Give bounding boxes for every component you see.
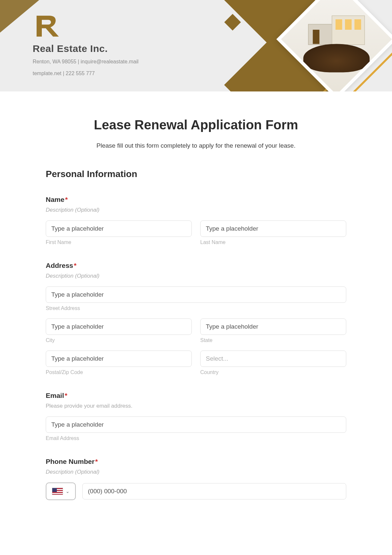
street-address-sublabel: Street Address bbox=[46, 305, 346, 311]
city-sublabel: City bbox=[46, 337, 192, 343]
first-name-sublabel: First Name bbox=[46, 239, 192, 245]
header-banner: Real Estate Inc. Renton, WA 98055 | inqu… bbox=[0, 0, 392, 91]
us-flag-icon bbox=[52, 488, 63, 495]
email-sublabel: Email Address bbox=[46, 435, 346, 441]
phone-label: Phone Number* bbox=[46, 458, 346, 465]
country-sublabel: Country bbox=[200, 369, 346, 375]
phone-label-text: Phone Number bbox=[46, 458, 94, 465]
address-label-text: Address bbox=[46, 262, 73, 269]
phone-number-input[interactable] bbox=[82, 483, 346, 499]
first-name-input[interactable] bbox=[46, 220, 192, 237]
last-name-sublabel: Last Name bbox=[200, 239, 346, 245]
decorative-diamond-small bbox=[224, 14, 241, 31]
state-sublabel: State bbox=[200, 337, 346, 343]
company-contact: template.net | 222 555 777 bbox=[33, 69, 139, 78]
email-description: Please provide your email address. bbox=[46, 403, 346, 409]
form-container: Lease Renewal Application Form Please fi… bbox=[46, 118, 346, 520]
form-subtitle: Please fill out this form completely to … bbox=[46, 142, 346, 149]
field-address: Address* Description (Optional) Street A… bbox=[46, 262, 346, 375]
postal-code-sublabel: Postal/Zip Code bbox=[46, 369, 192, 375]
email-label-text: Email bbox=[46, 392, 64, 399]
email-label: Email* bbox=[46, 392, 346, 400]
email-input[interactable] bbox=[46, 416, 346, 433]
company-logo-icon bbox=[33, 13, 59, 39]
city-input[interactable] bbox=[46, 318, 192, 335]
postal-code-input[interactable] bbox=[46, 351, 192, 367]
street-address-input[interactable] bbox=[46, 286, 346, 303]
section-personal-info: Personal Information bbox=[46, 169, 346, 179]
address-label: Address* bbox=[46, 262, 346, 269]
company-address: Renton, WA 98055 | inquire@realeastate.m… bbox=[33, 57, 139, 66]
state-input[interactable] bbox=[200, 318, 346, 335]
name-description: Description (Optional) bbox=[46, 207, 346, 213]
required-asterisk: * bbox=[65, 392, 67, 399]
required-asterisk: * bbox=[95, 458, 98, 465]
form-title: Lease Renewal Application Form bbox=[46, 118, 346, 132]
last-name-input[interactable] bbox=[200, 220, 346, 237]
name-label: Name* bbox=[46, 196, 346, 204]
address-description: Description (Optional) bbox=[46, 273, 346, 279]
field-email: Email* Please provide your email address… bbox=[46, 392, 346, 441]
required-asterisk: * bbox=[65, 196, 68, 203]
field-phone: Phone Number* Description (Optional) ⌄ bbox=[46, 458, 346, 500]
country-select[interactable]: Select... bbox=[200, 351, 346, 367]
country-select-placeholder: Select... bbox=[206, 355, 228, 362]
name-label-text: Name bbox=[46, 196, 64, 203]
chevron-down-icon: ⌄ bbox=[66, 489, 70, 494]
hand-illustration bbox=[303, 44, 370, 73]
country-code-select[interactable]: ⌄ bbox=[46, 482, 76, 500]
company-name: Real Estate Inc. bbox=[33, 43, 139, 54]
field-name: Name* Description (Optional) First Name … bbox=[46, 196, 346, 245]
required-asterisk: * bbox=[74, 262, 76, 269]
phone-description: Description (Optional) bbox=[46, 469, 346, 475]
